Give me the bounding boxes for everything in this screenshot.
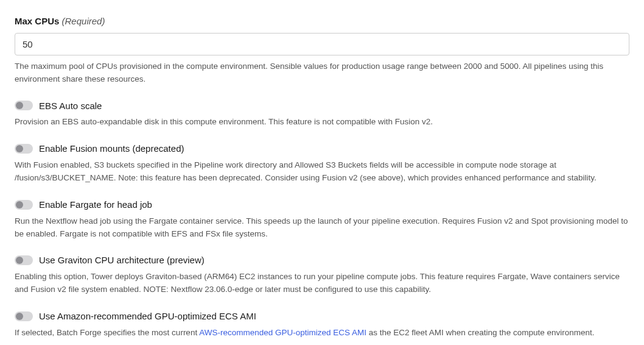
graviton-help: Enabling this option, Tower deploys Grav… xyxy=(15,271,629,296)
gpu-ami-label: Use Amazon-recommended GPU-optimized ECS… xyxy=(39,310,256,323)
max-cpus-input[interactable] xyxy=(15,33,629,55)
required-tag: (Required) xyxy=(62,16,105,26)
fargate-head-label: Enable Fargate for head job xyxy=(39,198,152,212)
max-cpus-title: Max CPUs xyxy=(15,16,59,26)
ebs-auto-scale-toggle[interactable] xyxy=(15,101,33,110)
fusion-mounts-toggle[interactable] xyxy=(15,144,33,154)
fusion-mounts-help: With Fusion enabled, S3 buckets specifie… xyxy=(15,159,629,185)
gpu-ami-help: If selected, Batch Forge specifies the m… xyxy=(15,327,629,340)
graviton-toggle[interactable] xyxy=(15,255,33,265)
gpu-ami-help-prefix: If selected, Batch Forge specifies the m… xyxy=(15,328,199,337)
toggle-knob-icon xyxy=(16,201,23,208)
max-cpus-label: Max CPUs (Required) xyxy=(15,15,629,28)
toggle-knob-icon xyxy=(16,313,23,320)
ebs-auto-scale-label: EBS Auto scale xyxy=(39,99,102,113)
graviton-label: Use Graviton CPU architecture (preview) xyxy=(39,254,205,267)
gpu-ami-toggle[interactable] xyxy=(15,311,33,321)
ebs-auto-scale-help: Provision an EBS auto-expandable disk in… xyxy=(15,116,629,129)
fusion-mounts-label: Enable Fusion mounts (deprecated) xyxy=(39,142,184,155)
toggle-knob-icon xyxy=(16,145,23,152)
toggle-knob-icon xyxy=(16,257,23,264)
gpu-ami-help-suffix: as the EC2 fleet AMI when creating the c… xyxy=(366,328,594,337)
fargate-head-help: Run the Nextflow head job using the Farg… xyxy=(15,215,629,241)
toggle-knob-icon xyxy=(16,102,23,109)
gpu-ami-link[interactable]: AWS-recommended GPU-optimized ECS AMI xyxy=(199,328,366,337)
fargate-head-toggle[interactable] xyxy=(15,200,33,210)
max-cpus-help: The maximum pool of CPUs provisioned in … xyxy=(15,60,629,86)
